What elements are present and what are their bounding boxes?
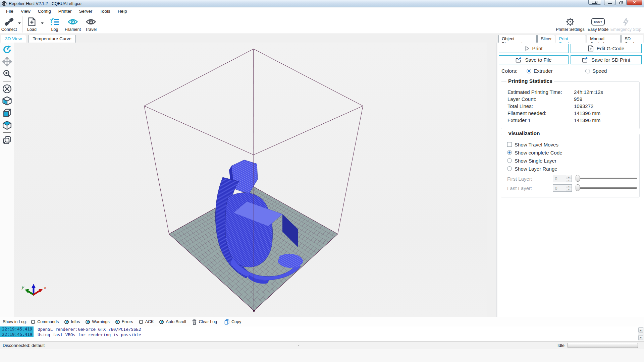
menu-file[interactable]: File bbox=[2, 8, 17, 15]
show-complete-code-radio[interactable]: Show complete Code bbox=[507, 149, 562, 156]
axis-indicator: y x bbox=[21, 284, 47, 295]
minimize-button[interactable] bbox=[604, 0, 615, 5]
front-view-button[interactable] bbox=[2, 108, 12, 118]
toggle-icon bbox=[31, 320, 35, 324]
isometric-view-button[interactable] bbox=[2, 96, 12, 106]
toolbar-separator bbox=[45, 16, 45, 33]
menu-tools[interactable]: Tools bbox=[96, 8, 114, 15]
clear-log-button[interactable]: Clear Log bbox=[192, 319, 217, 325]
last-layer-slider bbox=[576, 184, 637, 191]
log-timestamp: 22:19:45.419 bbox=[0, 326, 34, 332]
iso-cube-icon bbox=[2, 96, 12, 106]
show-layer-range-radio[interactable]: Show Layer Range bbox=[507, 166, 557, 172]
zoom-view-button[interactable] bbox=[2, 69, 12, 79]
tab-temperature-curve[interactable]: Temperature Curve bbox=[28, 35, 76, 43]
connect-dropdown[interactable] bbox=[17, 22, 21, 24]
print-preview-panel: Print Edit G-Code Save to File Save for … bbox=[497, 43, 644, 317]
log-toggle-errors[interactable]: Errors bbox=[115, 319, 133, 324]
lightning-icon bbox=[622, 17, 630, 26]
toggle-log-button[interactable]: Log bbox=[46, 16, 63, 32]
edit-gcode-button[interactable]: Edit G-Code bbox=[571, 44, 642, 53]
colors-speed-radio[interactable]: Speed bbox=[585, 68, 607, 74]
easy-mode-icon: EASY bbox=[591, 18, 604, 25]
stat-row: Total Lines:1093272 bbox=[501, 103, 639, 110]
toggle-filament-button[interactable]: Filament bbox=[63, 16, 83, 32]
load-dropdown[interactable] bbox=[40, 22, 44, 24]
view-toolbar bbox=[0, 43, 14, 317]
printer-settings-button[interactable]: Printer Settings bbox=[554, 16, 586, 32]
close-button[interactable]: ✕ bbox=[627, 0, 642, 5]
app-icon bbox=[2, 1, 7, 6]
main-toolbar: Connect Load Log Filament Travel Printer… bbox=[0, 15, 644, 34]
titlebar-tool-button[interactable] bbox=[588, 0, 601, 5]
copy-log-button[interactable]: Copy bbox=[224, 319, 241, 325]
printing-statistics-group: Printing Statistics Estimated Printing T… bbox=[501, 81, 640, 129]
log-toggle-ack[interactable]: ACK bbox=[139, 319, 154, 324]
menu-server[interactable]: Server bbox=[75, 8, 96, 15]
log-toggle-warnings[interactable]: Warnings bbox=[86, 319, 109, 324]
log-entry: 22:19:45.419 OpenGL renderer:GeForce GTX… bbox=[0, 326, 644, 332]
top-view-button[interactable] bbox=[2, 120, 12, 130]
bottom-filler bbox=[0, 349, 644, 362]
show-travel-moves-checkbox[interactable]: Show Travel Moves bbox=[507, 141, 558, 147]
load-button[interactable]: Load bbox=[23, 16, 40, 32]
fit-view-button[interactable] bbox=[2, 84, 12, 94]
visualization-title: Visualization bbox=[506, 130, 541, 136]
panel-splitter[interactable] bbox=[487, 43, 497, 317]
log-toolbar: Show in Log: Commands Infos Warnings Err… bbox=[0, 317, 644, 326]
tab-3d-view[interactable]: 3D View bbox=[1, 35, 26, 43]
top-cube-icon bbox=[2, 120, 12, 130]
move-view-button[interactable] bbox=[2, 57, 12, 67]
colors-label: Colors: bbox=[501, 68, 518, 74]
title-bar: Repetier-Host V2.1.2 - CQBUALeft.gco ✕ bbox=[0, 0, 644, 7]
checkbox-icon bbox=[507, 142, 512, 147]
export-icon bbox=[582, 57, 588, 63]
log-scrollbar[interactable]: ▲ ▼ bbox=[638, 327, 644, 341]
rotate-view-button[interactable] bbox=[2, 45, 12, 55]
toggle-icon bbox=[86, 320, 90, 324]
save-for-sd-button[interactable]: Save for SD Print bbox=[571, 55, 642, 64]
sidebar-separator bbox=[3, 81, 11, 81]
log-toggle-infos[interactable]: Infos bbox=[64, 319, 80, 324]
show-single-layer-radio[interactable]: Show Single Layer bbox=[507, 158, 556, 164]
first-layer-spinner: 0 ▲▼ bbox=[553, 175, 572, 182]
colors-row: Colors: Extruder Speed bbox=[497, 68, 644, 75]
print-button[interactable]: Print bbox=[499, 44, 569, 53]
radio-icon bbox=[507, 150, 512, 155]
travel-eye-icon bbox=[86, 18, 96, 25]
restore-button[interactable] bbox=[615, 0, 627, 5]
menu-config[interactable]: Config bbox=[34, 8, 55, 15]
menu-view[interactable]: View bbox=[17, 8, 34, 15]
log-entries: 22:19:45.419 OpenGL renderer:GeForce GTX… bbox=[0, 326, 644, 337]
log-toggle-autoscroll[interactable]: Auto Scroll bbox=[159, 319, 186, 324]
parallel-projection-button[interactable] bbox=[2, 135, 12, 145]
first-layer-slider bbox=[576, 175, 637, 182]
log-message: Using fast VBOs for rendering is possibl… bbox=[34, 332, 141, 337]
emergency-stop-button: Emergency Stop bbox=[610, 16, 642, 32]
menu-bar: File View Config Printer Server Tools He… bbox=[0, 7, 644, 15]
export-icon bbox=[516, 57, 522, 63]
colors-extruder-radio[interactable]: Extruder bbox=[527, 68, 553, 74]
viewport-3d[interactable]: y x bbox=[14, 43, 487, 317]
connect-button[interactable]: Connect bbox=[1, 16, 17, 32]
scroll-down-icon[interactable]: ▼ bbox=[638, 335, 643, 340]
save-to-file-button[interactable]: Save to File bbox=[499, 55, 569, 64]
radio-icon bbox=[507, 166, 512, 171]
toggle-travel-button[interactable]: Travel bbox=[83, 16, 99, 32]
connect-plug-icon bbox=[4, 17, 14, 26]
log-section: Show in Log: Commands Infos Warnings Err… bbox=[0, 317, 644, 341]
menu-printer[interactable]: Printer bbox=[55, 8, 75, 15]
status-bar: Disconnected: default - Idle bbox=[0, 341, 644, 349]
main-area: y x Print Edit G-Code Save to File bbox=[0, 43, 644, 317]
toolbar-separator bbox=[22, 16, 22, 33]
spin-up-icon: ▲ bbox=[566, 175, 572, 179]
spin-up-icon: ▲ bbox=[566, 185, 572, 188]
restore-icon bbox=[619, 1, 623, 4]
window-title: Repetier-Host V2.1.2 - CQBUALeft.gco bbox=[9, 1, 82, 6]
easy-mode-button[interactable]: EASY Easy Mode bbox=[586, 16, 610, 32]
radio-icon bbox=[585, 69, 590, 73]
log-toggle-commands[interactable]: Commands bbox=[31, 319, 59, 324]
move-icon bbox=[2, 57, 12, 66]
scroll-up-icon[interactable]: ▲ bbox=[638, 327, 643, 333]
menu-help[interactable]: Help bbox=[114, 8, 131, 15]
